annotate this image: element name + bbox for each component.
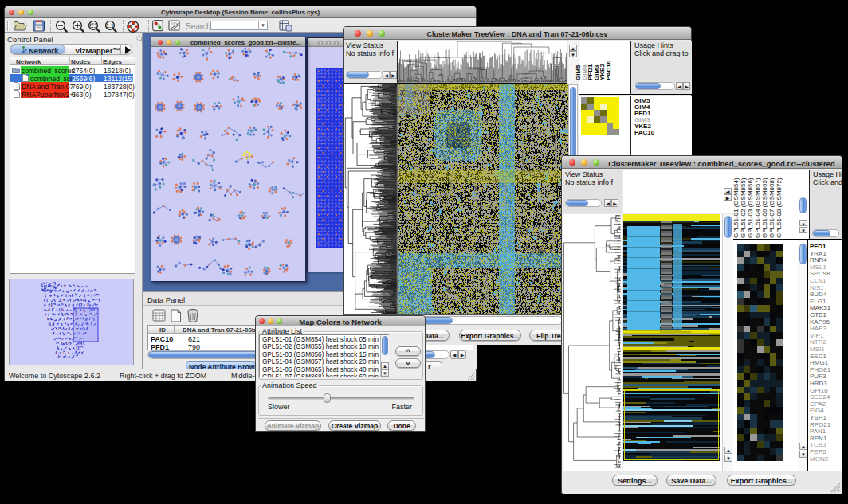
- svg-text:1:1: 1:1: [106, 23, 114, 29]
